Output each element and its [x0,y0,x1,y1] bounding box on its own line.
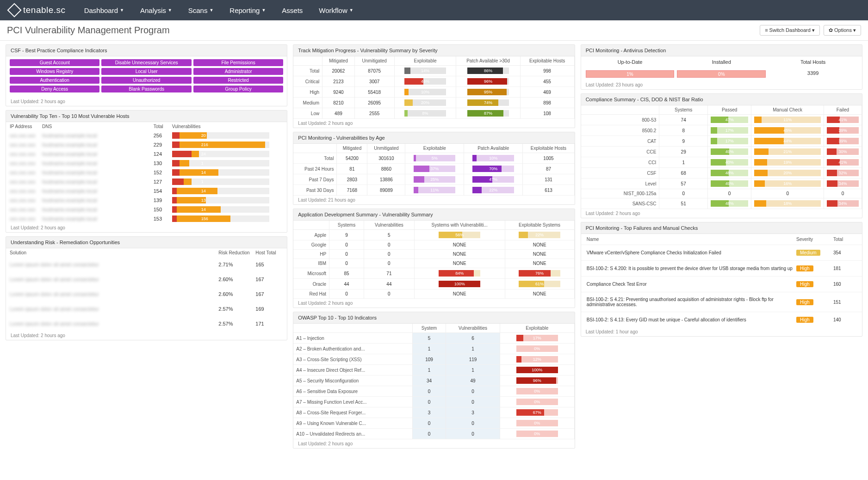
dns-cell: hostname.example.local [42,170,154,175]
table-row[interactable]: BSI-100-2: S 4.21: Preventing unauthoris… [581,292,862,312]
indicator-pill[interactable]: Restricted [193,77,283,84]
table-row[interactable]: A4 – Insecure Direct Object Ref... 1 1 1… [293,365,574,375]
table-row[interactable]: 8500.2817%45%39% [581,125,862,136]
risk-reduction-cell: 2.60% [218,291,255,297]
table-row[interactable]: CAT917%44%39% [581,136,862,147]
ip-cell: xxx.xxx.xxx [10,216,42,222]
table-row[interactable]: xxx.xxx.xxx hostname.example.local 153 1… [6,214,287,223]
table-row[interactable]: Compliance Check Test Error High 160 [581,276,862,292]
table-row[interactable]: A5 – Security Misconfiguration 34 49 96% [293,375,574,386]
total-cell: 139 [154,197,172,203]
table-row[interactable]: xxx.xxx.xxx hostname.example.local 256 2… [6,131,287,140]
table-row[interactable]: Lorem ipsum dolor sit amet consectetur 2… [6,257,287,272]
table-row[interactable]: Past 30 Days716889089 11% 22% 613 [293,185,574,196]
table-row[interactable]: IBM00NONENONE [293,259,574,268]
caret-down-icon: ▼ [120,8,124,12]
table-row[interactable]: NIST_800-125a0000 [581,189,862,198]
table-row[interactable]: HP00NONENONE [293,250,574,259]
table-row[interactable]: Microsoft857184%76% [293,268,574,279]
severity-badge: High [796,281,813,287]
table-row[interactable]: Level5749%16%34% [581,178,862,189]
table-row[interactable]: A7 – Missing Function Level Acc... 0 0 0… [293,397,574,407]
table-row[interactable]: xxx.xxx.xxx hostname.example.local 130 1 [6,159,287,168]
failure-name: Compliance Check Test Error [587,282,796,287]
nav-workflow[interactable]: Workflow▼ [319,6,353,14]
last-updated: Last Updated: 2 hours ago [581,209,862,218]
table-row[interactable]: CCI140%19%41% [581,157,862,168]
card-title: PCI Monitoring - Antivirus Detection [581,45,862,56]
host-total-cell: 165 [255,262,283,267]
nav-dashboard[interactable]: Dashboard▼ [84,6,124,14]
table-row[interactable]: Apple9556%22% [293,230,574,240]
host-total-cell: 167 [255,277,283,282]
indicator-pill[interactable]: Deny Access [10,86,99,92]
table-row[interactable]: Past 24 Hours818860 37% 70% 87 [293,164,574,174]
severity-badge: Medium [796,250,820,256]
table-row[interactable]: CSF6848%20%32% [581,168,862,178]
table-row[interactable]: Oracle4444100%61% [293,279,574,289]
options-button[interactable]: ✿ Options ▾ [824,25,861,36]
dns-cell: hostname.example.local [42,133,154,138]
indicator-pill[interactable]: Group Policy [193,86,283,92]
table-row[interactable]: Total2006287075 14% 86% 998 [293,66,574,76]
host-total-cell: 169 [255,306,283,312]
table-row[interactable]: xxx.xxx.xxx hostname.example.local 229 2… [6,140,287,149]
table-row[interactable]: Critical21233007 46% 96% 455 [293,76,574,87]
card-top10-hosts: Vulnerability Top Ten - Top 10 Most Vuln… [6,110,287,233]
last-updated: Last Updated: 2 hours ago [6,97,287,106]
solution-cell: Lorem ipsum dolor sit amet consectetur [10,321,218,326]
brand-text: tenable.sc [23,5,66,15]
table-row[interactable]: BSI-100-2: S 4.200: It is possible to pr… [581,260,862,276]
table-row[interactable]: A8 – Cross-Site Request Forger... 3 3 67… [293,407,574,418]
total-cell: 154 [154,188,172,194]
nav-reporting[interactable]: Reporting▼ [229,6,266,14]
switch-dashboard-button[interactable]: ≡ Switch Dashboard ▾ [760,25,820,36]
indicator-pill[interactable]: File Permissions [193,59,283,66]
table-row[interactable]: Lorem ipsum dolor sit amet consectetur 2… [6,302,287,316]
indicator-pill[interactable]: Windows Registry [10,68,99,75]
table-row[interactable]: xxx.xxx.xxx hostname.example.local 127 1 [6,177,287,186]
table-row[interactable]: xxx.xxx.xxx hostname.example.local 139 1… [6,196,287,205]
table-row[interactable]: BSI-100-2: S 4.13: Every GID must be uni… [581,312,862,327]
indicator-pill[interactable]: Local User [101,68,191,75]
table-row[interactable]: xxx.xxx.xxx hostname.example.local 124 2… [6,149,287,159]
table-row[interactable]: A9 – Using Known Vulnerable C... 0 0 0% [293,418,574,429]
table-row[interactable]: SANS-CSC5148%18%34% [581,198,862,209]
table-row[interactable]: xxx.xxx.xxx hostname.example.local 154 1… [6,186,287,196]
last-updated: Last Updated: 2 hours ago [293,119,574,128]
table-row[interactable]: Red Hat00NONENONE [293,289,574,299]
table-row[interactable]: Google00NONENONE [293,240,574,250]
table-row[interactable]: 800-537447%11%41% [581,115,862,125]
nav-assets[interactable]: Assets [282,6,303,14]
table-row[interactable]: Lorem ipsum dolor sit amet consectetur 2… [6,272,287,287]
indicator-pill[interactable]: Unauthorized [101,77,191,84]
table-row[interactable]: A2 – Broken Authentication and... 1 1 0% [293,344,574,354]
table-row[interactable]: High924055418 10% 95% 469 [293,87,574,98]
table-row[interactable]: Medium821026095 20% 74% 898 [293,98,574,108]
table-row[interactable]: Lorem ipsum dolor sit amet consectetur 2… [6,287,287,302]
nav-analysis[interactable]: Analysis▼ [140,6,172,14]
table-row[interactable]: xxx.xxx.xxx hostname.example.local 152 1… [6,168,287,177]
card-antivirus: PCI Monitoring - Antivirus Detection Up-… [581,44,862,90]
indicator-pill[interactable]: Administrator [193,68,283,75]
table-row[interactable]: A10 – Unvalidated Redirects an... 0 0 0% [293,429,574,439]
table-row[interactable]: xxx.xxx.xxx hostname.example.local 150 1… [6,205,287,214]
indicator-pill[interactable]: Disable Unnecessary Services [101,59,191,66]
table-row[interactable]: A6 – Sensitive Data Exposure 0 0 0% [293,386,574,397]
card-owasp-top10: OWASP Top 10 - Top 10 Indicators SystemV… [293,312,575,449]
indicator-pill[interactable]: Guest Account [10,59,99,66]
nav-scans[interactable]: Scans▼ [188,6,214,14]
indicator-pill[interactable]: Blank Passwords [101,86,191,92]
table-row[interactable]: Past 7 Days280313886 25% 47% 131 [293,174,574,185]
indicator-pill[interactable]: Authentication [10,77,99,84]
table-row[interactable]: CCE2949%21%30% [581,147,862,157]
table-row[interactable]: Total54200301610 5% 10% 1005 [293,153,574,164]
table-row[interactable]: VMware vCenter/vSphere Compliance Checks… [581,245,862,260]
failure-name: VMware vCenter/vSphere Compliance Checks… [587,250,796,255]
table-row[interactable]: Lorem ipsum dolor sit amet consectetur 2… [6,316,287,331]
table-row[interactable]: A1 – Injection 5 6 17% [293,333,574,344]
failure-total: 160 [833,282,856,287]
table-row[interactable]: Low4892555 8% 87% 108 [293,108,574,119]
table-row[interactable]: A3 – Cross-Site Scripting (XSS) 109 119 … [293,354,574,365]
host-total-cell: 167 [255,291,283,297]
